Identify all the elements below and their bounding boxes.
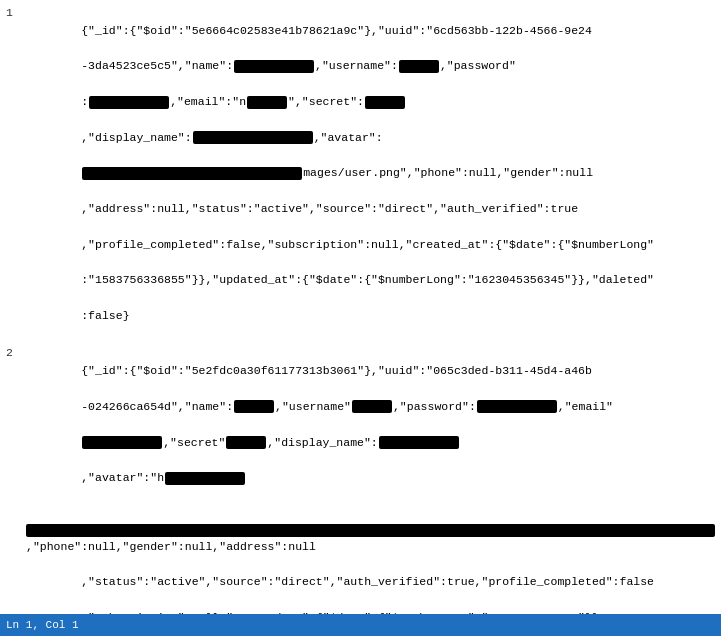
record-1: 1 {"_id":{"$oid":"5e6664c02583e41b78621a… <box>6 4 715 342</box>
line-number-2: 2 <box>6 344 20 362</box>
record-1-line-1: 1 {"_id":{"$oid":"5e6664c02583e41b78621a… <box>6 4 715 342</box>
record-2-text: {"_id":{"$oid":"5e2fdc0a30f61177313b3061… <box>26 344 715 636</box>
record-1-text: {"_id":{"$oid":"5e6664c02583e41b78621a9c… <box>26 4 715 342</box>
bottom-bar: Ln 1, Col 1 <box>0 614 721 636</box>
line-number-1: 1 <box>6 4 20 22</box>
main-content: 1 {"_id":{"$oid":"5e6664c02583e41b78621a… <box>0 0 721 636</box>
record-2: 2 {"_id":{"$oid":"5e2fdc0a30f61177313b30… <box>6 344 715 636</box>
record-2-line-1: 2 {"_id":{"$oid":"5e2fdc0a30f61177313b30… <box>6 344 715 636</box>
bottom-bar-text: Ln 1, Col 1 <box>6 619 79 631</box>
